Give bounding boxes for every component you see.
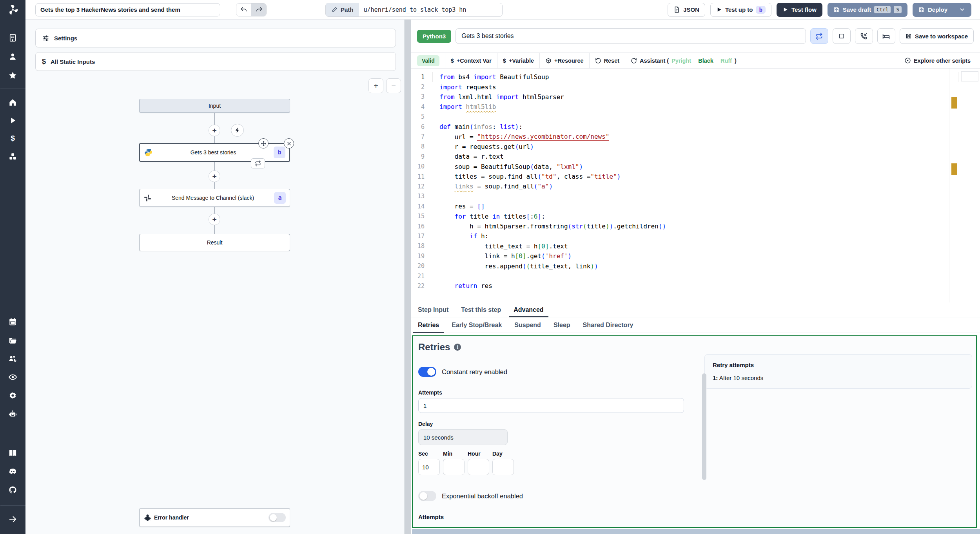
- all-static-inputs-button[interactable]: $ All Static Inputs: [35, 52, 396, 71]
- early-stop-button[interactable]: [833, 28, 851, 44]
- path-field[interactable]: Path u/henri/send_to_slack_top3_hn: [325, 3, 503, 17]
- code-line[interactable]: 21: [411, 271, 958, 281]
- zoom-in-button[interactable]: +: [368, 78, 383, 93]
- suspend-button[interactable]: [855, 28, 873, 44]
- undo-button[interactable]: [236, 4, 251, 16]
- deploy-dropdown-chevron-icon[interactable]: [959, 6, 965, 13]
- code-line[interactable]: 17 if h:: [411, 231, 958, 241]
- zoom-out-button[interactable]: −: [386, 78, 401, 93]
- add-context-var-button[interactable]: $+Context Var: [451, 58, 492, 64]
- info-icon[interactable]: i: [454, 344, 461, 351]
- windmill-logo-icon[interactable]: [0, 0, 25, 20]
- code-line[interactable]: 16 h = html5parser.fromstring(str(title)…: [411, 221, 958, 231]
- code-line[interactable]: 1from bs4 import BeautifulSoup: [411, 72, 958, 82]
- step-name-input[interactable]: [456, 28, 806, 44]
- tab-advanced[interactable]: Advanced: [507, 302, 550, 317]
- workers-robot-icon[interactable]: [5, 406, 21, 422]
- code-editor[interactable]: 1from bs4 import BeautifulSoup2import re…: [411, 69, 980, 302]
- expand-arrow-icon[interactable]: [5, 511, 21, 527]
- flow-settings-button[interactable]: Settings: [35, 29, 396, 47]
- code-line[interactable]: 2import requests: [411, 82, 958, 92]
- code-line[interactable]: 5: [411, 112, 958, 122]
- code-line[interactable]: 10 soup = BeautifulSoup(data, "lxml"): [411, 162, 958, 172]
- resources-cubes-icon[interactable]: [5, 148, 21, 164]
- subtab-shared-directory[interactable]: Shared Directory: [577, 317, 640, 333]
- schedules-calendar-icon[interactable]: [5, 314, 21, 329]
- code-line[interactable]: 3from lxml.html import html5parser: [411, 92, 958, 102]
- docs-book-icon[interactable]: [5, 445, 21, 461]
- code-line[interactable]: 22 return res: [411, 281, 958, 291]
- variables-dollar-icon[interactable]: $: [5, 130, 21, 146]
- subtab-sleep[interactable]: Sleep: [547, 317, 577, 333]
- retries-toggle-button[interactable]: [810, 28, 828, 44]
- horizontal-scrollbar[interactable]: [412, 529, 980, 534]
- workspace-building-icon[interactable]: [5, 30, 21, 45]
- test-up-to-button[interactable]: Test up to b: [710, 3, 771, 17]
- code-line[interactable]: 14 res = []: [411, 201, 958, 211]
- audit-eye-icon[interactable]: [5, 369, 21, 385]
- tab-step-input[interactable]: Step Input: [412, 302, 455, 317]
- folders-icon[interactable]: [5, 332, 21, 348]
- error-handler-toggle[interactable]: [269, 513, 286, 522]
- json-button[interactable]: JSON: [668, 3, 705, 17]
- retries-scrollbar[interactable]: [702, 373, 706, 480]
- constant-retry-toggle[interactable]: [418, 367, 436, 377]
- flow-node-result[interactable]: Result: [139, 234, 290, 251]
- code-line[interactable]: 20 res.append((title_text, link)): [411, 261, 958, 271]
- sleep-bed-button[interactable]: [877, 28, 895, 44]
- tab-test-this-step[interactable]: Test this step: [455, 302, 507, 317]
- reset-button[interactable]: Reset: [595, 58, 620, 64]
- panel-resizer[interactable]: [405, 20, 411, 534]
- time-field-input-sec[interactable]: [418, 459, 440, 475]
- user-icon[interactable]: [5, 49, 21, 64]
- flow-node-input[interactable]: Input: [139, 99, 290, 113]
- time-field-input-day[interactable]: [492, 459, 514, 475]
- add-step-button[interactable]: +: [209, 170, 220, 182]
- retry-indicator-chip[interactable]: [251, 158, 265, 168]
- code-line[interactable]: 6def main(infos: list):: [411, 122, 958, 132]
- add-step-button[interactable]: +: [209, 214, 220, 225]
- github-icon[interactable]: [5, 482, 21, 498]
- groups-users-icon[interactable]: [5, 351, 21, 366]
- minimap-slider[interactable]: [961, 71, 978, 81]
- add-variable-button[interactable]: $+Variable: [503, 58, 534, 64]
- subtab-suspend[interactable]: Suspend: [508, 317, 547, 333]
- save-to-workspace-button[interactable]: Save to workspace: [900, 28, 974, 44]
- save-draft-button[interactable]: Save draft Ctrl S: [828, 3, 907, 17]
- favorites-star-icon[interactable]: [5, 67, 21, 83]
- code-line[interactable]: 12 links = soup.find_all("a"): [411, 181, 958, 191]
- subtab-early-stop-break[interactable]: Early Stop/Break: [445, 317, 508, 333]
- deploy-button[interactable]: Deploy: [913, 3, 971, 17]
- test-flow-button[interactable]: Test flow: [777, 3, 822, 17]
- code-line[interactable]: 11 titles = soup.find_all("td", class_="…: [411, 172, 958, 181]
- code-line[interactable]: 18 title_text = h[0].text: [411, 241, 958, 251]
- discord-icon[interactable]: [5, 463, 21, 479]
- delay-input[interactable]: [418, 429, 508, 445]
- code-line[interactable]: 13: [411, 192, 958, 201]
- time-field-input-hour[interactable]: [468, 459, 489, 475]
- time-field-input-min[interactable]: [443, 459, 465, 475]
- assistant-button[interactable]: Assistant (Pyright Black Ruff): [631, 58, 737, 64]
- code-line[interactable]: 15 for title in titles[:6]:: [411, 211, 958, 221]
- code-line[interactable]: 9 data = r.text: [411, 152, 958, 161]
- code-line[interactable]: 8 r = requests.get(url): [411, 142, 958, 152]
- attempts-input[interactable]: [418, 398, 684, 413]
- code-line[interactable]: 19 link = h[0].get('href'): [411, 251, 958, 261]
- home-icon[interactable]: [5, 94, 21, 110]
- explore-other-scripts-button[interactable]: Explore other scripts: [904, 57, 971, 64]
- flow-title-input[interactable]: [35, 3, 220, 16]
- flow-node-step-a[interactable]: Send Message to Channel (slack) a: [139, 189, 290, 207]
- settings-gear-icon[interactable]: [5, 387, 21, 403]
- move-step-button[interactable]: [258, 138, 269, 148]
- delete-step-button[interactable]: [284, 138, 294, 148]
- code-line[interactable]: 7 url = "https://news.ycombinator.com/ne…: [411, 132, 958, 141]
- add-step-button[interactable]: +: [209, 125, 220, 136]
- redo-button[interactable]: [251, 4, 266, 16]
- trigger-bolt-button[interactable]: [231, 124, 244, 137]
- error-handler-node[interactable]: Error handler: [139, 508, 290, 527]
- exponential-backoff-toggle[interactable]: [418, 491, 436, 501]
- code-line[interactable]: 4import html5lib: [411, 102, 958, 112]
- runs-play-icon[interactable]: [5, 112, 21, 128]
- subtab-retries[interactable]: Retries: [412, 317, 445, 333]
- add-resource-button[interactable]: +Resource: [545, 58, 584, 64]
